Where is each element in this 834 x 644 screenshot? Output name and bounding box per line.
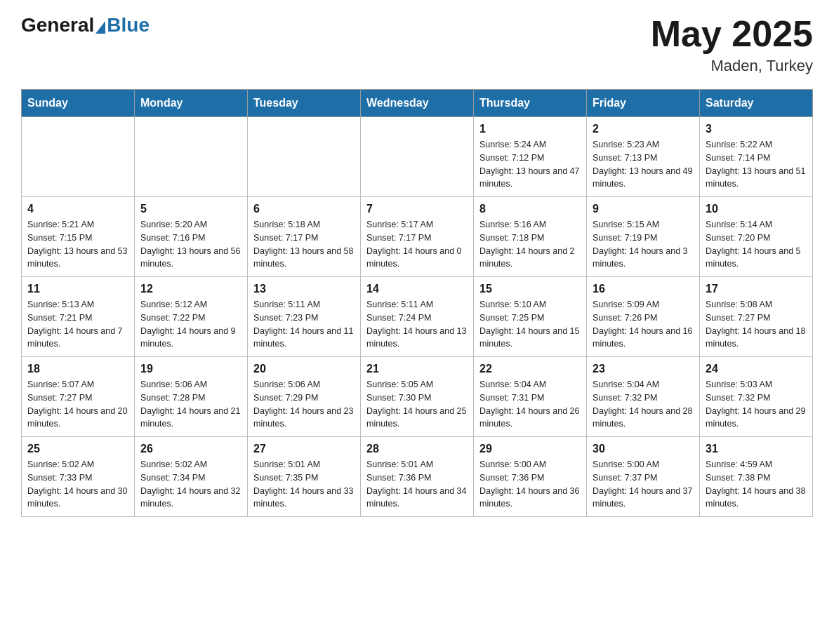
day-number: 31 — [706, 443, 807, 455]
day-info: Sunrise: 5:06 AMSunset: 7:28 PMDaylight:… — [140, 378, 241, 431]
day-info: Sunrise: 5:18 AMSunset: 7:17 PMDaylight:… — [253, 218, 355, 271]
calendar-cell — [22, 117, 135, 197]
day-info: Sunrise: 5:00 AMSunset: 7:36 PMDaylight:… — [479, 458, 581, 511]
calendar-cell: 6Sunrise: 5:18 AMSunset: 7:17 PMDaylight… — [248, 197, 361, 277]
day-number: 4 — [27, 203, 128, 215]
day-info: Sunrise: 5:16 AMSunset: 7:18 PMDaylight:… — [479, 218, 581, 271]
day-number: 23 — [593, 363, 694, 375]
day-info: Sunrise: 5:04 AMSunset: 7:32 PMDaylight:… — [593, 378, 694, 431]
calendar-cell: 24Sunrise: 5:03 AMSunset: 7:32 PMDayligh… — [700, 357, 813, 437]
day-info: Sunrise: 5:02 AMSunset: 7:33 PMDaylight:… — [27, 458, 128, 511]
day-info: Sunrise: 5:03 AMSunset: 7:32 PMDaylight:… — [706, 378, 807, 431]
day-info: Sunrise: 5:05 AMSunset: 7:30 PMDaylight:… — [366, 378, 468, 431]
page-header: General Blue May 2025 Maden, Turkey — [21, 14, 813, 75]
day-number: 26 — [140, 443, 241, 455]
column-header-friday: Friday — [587, 90, 700, 117]
day-number: 24 — [706, 363, 807, 375]
calendar-cell: 1Sunrise: 5:24 AMSunset: 7:12 PMDaylight… — [474, 117, 587, 197]
calendar-cell: 22Sunrise: 5:04 AMSunset: 7:31 PMDayligh… — [474, 357, 587, 437]
calendar-cell: 2Sunrise: 5:23 AMSunset: 7:13 PMDaylight… — [587, 117, 700, 197]
day-info: Sunrise: 5:10 AMSunset: 7:25 PMDaylight:… — [479, 298, 581, 351]
day-number: 12 — [140, 283, 241, 295]
calendar-cell: 31Sunrise: 4:59 AMSunset: 7:38 PMDayligh… — [700, 437, 813, 517]
calendar-cell: 20Sunrise: 5:06 AMSunset: 7:29 PMDayligh… — [248, 357, 361, 437]
calendar-cell: 5Sunrise: 5:20 AMSunset: 7:16 PMDaylight… — [135, 197, 248, 277]
logo: General Blue — [21, 14, 150, 36]
day-number: 30 — [593, 443, 694, 455]
calendar-cell: 25Sunrise: 5:02 AMSunset: 7:33 PMDayligh… — [22, 437, 135, 517]
day-number: 22 — [479, 363, 581, 375]
day-info: Sunrise: 5:08 AMSunset: 7:27 PMDaylight:… — [706, 298, 807, 351]
week-row-1: 1Sunrise: 5:24 AMSunset: 7:12 PMDaylight… — [22, 117, 813, 197]
day-info: Sunrise: 5:15 AMSunset: 7:19 PMDaylight:… — [593, 218, 694, 271]
calendar-cell: 14Sunrise: 5:11 AMSunset: 7:24 PMDayligh… — [361, 277, 474, 357]
day-info: Sunrise: 5:21 AMSunset: 7:15 PMDaylight:… — [27, 218, 128, 271]
week-row-2: 4Sunrise: 5:21 AMSunset: 7:15 PMDaylight… — [22, 197, 813, 277]
day-info: Sunrise: 5:01 AMSunset: 7:36 PMDaylight:… — [366, 458, 468, 511]
column-header-tuesday: Tuesday — [248, 90, 361, 117]
day-number: 21 — [366, 363, 468, 375]
day-info: Sunrise: 5:01 AMSunset: 7:35 PMDaylight:… — [253, 458, 355, 511]
calendar-cell: 9Sunrise: 5:15 AMSunset: 7:19 PMDaylight… — [587, 197, 700, 277]
day-number: 3 — [706, 123, 807, 135]
calendar-cell: 17Sunrise: 5:08 AMSunset: 7:27 PMDayligh… — [700, 277, 813, 357]
day-number: 19 — [140, 363, 241, 375]
day-info: Sunrise: 5:12 AMSunset: 7:22 PMDaylight:… — [140, 298, 241, 351]
day-number: 10 — [706, 203, 807, 215]
day-number: 17 — [706, 283, 807, 295]
day-number: 1 — [479, 123, 581, 135]
calendar-cell — [361, 117, 474, 197]
calendar-cell: 15Sunrise: 5:10 AMSunset: 7:25 PMDayligh… — [474, 277, 587, 357]
location-label: Maden, Turkey — [651, 57, 813, 75]
day-info: Sunrise: 5:02 AMSunset: 7:34 PMDaylight:… — [140, 458, 241, 511]
calendar-cell: 11Sunrise: 5:13 AMSunset: 7:21 PMDayligh… — [22, 277, 135, 357]
day-number: 6 — [253, 203, 355, 215]
day-number: 14 — [366, 283, 468, 295]
day-number: 8 — [479, 203, 581, 215]
column-header-saturday: Saturday — [700, 90, 813, 117]
month-year-title: May 2025 — [651, 14, 813, 54]
week-row-5: 25Sunrise: 5:02 AMSunset: 7:33 PMDayligh… — [22, 437, 813, 517]
day-number: 28 — [366, 443, 468, 455]
calendar-cell: 3Sunrise: 5:22 AMSunset: 7:14 PMDaylight… — [700, 117, 813, 197]
calendar-cell: 27Sunrise: 5:01 AMSunset: 7:35 PMDayligh… — [248, 437, 361, 517]
day-info: Sunrise: 5:09 AMSunset: 7:26 PMDaylight:… — [593, 298, 694, 351]
calendar-cell — [248, 117, 361, 197]
logo-general-text: General — [21, 14, 94, 36]
calendar-cell: 12Sunrise: 5:12 AMSunset: 7:22 PMDayligh… — [135, 277, 248, 357]
day-number: 27 — [253, 443, 355, 455]
calendar-cell: 26Sunrise: 5:02 AMSunset: 7:34 PMDayligh… — [135, 437, 248, 517]
column-header-wednesday: Wednesday — [361, 90, 474, 117]
calendar-table: SundayMondayTuesdayWednesdayThursdayFrid… — [21, 89, 813, 517]
day-info: Sunrise: 5:04 AMSunset: 7:31 PMDaylight:… — [479, 378, 581, 431]
day-number: 13 — [253, 283, 355, 295]
day-number: 15 — [479, 283, 581, 295]
column-header-thursday: Thursday — [474, 90, 587, 117]
calendar-cell: 8Sunrise: 5:16 AMSunset: 7:18 PMDaylight… — [474, 197, 587, 277]
calendar-cell: 10Sunrise: 5:14 AMSunset: 7:20 PMDayligh… — [700, 197, 813, 277]
calendar-header-row: SundayMondayTuesdayWednesdayThursdayFrid… — [22, 90, 813, 117]
day-number: 5 — [140, 203, 241, 215]
day-number: 20 — [253, 363, 355, 375]
calendar-cell: 16Sunrise: 5:09 AMSunset: 7:26 PMDayligh… — [587, 277, 700, 357]
day-info: Sunrise: 5:24 AMSunset: 7:12 PMDaylight:… — [479, 138, 581, 191]
day-info: Sunrise: 5:22 AMSunset: 7:14 PMDaylight:… — [706, 138, 807, 191]
week-row-3: 11Sunrise: 5:13 AMSunset: 7:21 PMDayligh… — [22, 277, 813, 357]
day-info: Sunrise: 5:14 AMSunset: 7:20 PMDaylight:… — [706, 218, 807, 271]
day-info: Sunrise: 5:07 AMSunset: 7:27 PMDaylight:… — [27, 378, 128, 431]
calendar-cell: 23Sunrise: 5:04 AMSunset: 7:32 PMDayligh… — [587, 357, 700, 437]
title-section: May 2025 Maden, Turkey — [651, 14, 813, 75]
day-number: 7 — [366, 203, 468, 215]
day-number: 11 — [27, 283, 128, 295]
day-number: 29 — [479, 443, 581, 455]
calendar-cell: 30Sunrise: 5:00 AMSunset: 7:37 PMDayligh… — [587, 437, 700, 517]
calendar-cell: 21Sunrise: 5:05 AMSunset: 7:30 PMDayligh… — [361, 357, 474, 437]
day-info: Sunrise: 5:11 AMSunset: 7:24 PMDaylight:… — [366, 298, 468, 351]
calendar-cell: 19Sunrise: 5:06 AMSunset: 7:28 PMDayligh… — [135, 357, 248, 437]
calendar-cell: 18Sunrise: 5:07 AMSunset: 7:27 PMDayligh… — [22, 357, 135, 437]
calendar-cell: 4Sunrise: 5:21 AMSunset: 7:15 PMDaylight… — [22, 197, 135, 277]
calendar-cell: 29Sunrise: 5:00 AMSunset: 7:36 PMDayligh… — [474, 437, 587, 517]
day-number: 2 — [593, 123, 694, 135]
column-header-monday: Monday — [135, 90, 248, 117]
day-info: Sunrise: 5:13 AMSunset: 7:21 PMDaylight:… — [27, 298, 128, 351]
